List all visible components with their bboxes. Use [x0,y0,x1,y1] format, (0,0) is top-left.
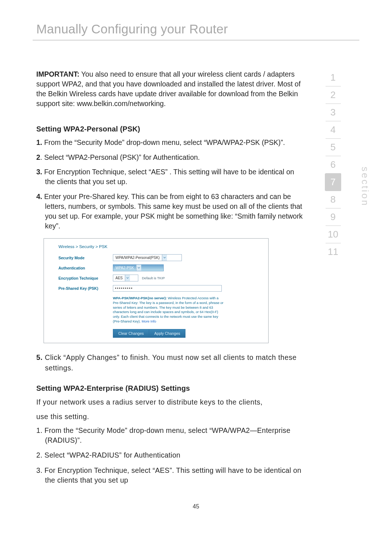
step-number: 1. [36,138,42,146]
section-nav-item-2[interactable]: 2 [325,86,341,104]
psk-step-3: 3. For Encryption Technique, select “AES… [36,167,305,187]
label-authentication: Authentication [58,266,113,270]
title-rule [33,40,359,40]
security-mode-value: WPA/WPA2-Personal(PSK) [113,256,162,260]
encryption-select[interactable]: AES [113,275,138,281]
security-mode-select[interactable]: WPA/WPA2-Personal(PSK) [113,254,182,261]
section-nav-item-11[interactable]: 11 [325,243,341,260]
row-security-mode: Security Mode WPA/WPA2-Personal(PSK) [58,254,262,262]
step-number: 3. [36,168,42,176]
psk-heading: Setting WPA2-Personal (PSK) [36,125,305,133]
psk-steps: 1. From the “Security Mode” drop-down me… [36,138,305,231]
row-encryption: Encryption Technique AES Default is TKIP [58,274,262,282]
section-nav: 1234567891011 [321,69,345,260]
chevron-down-icon [162,255,167,261]
psk-step-2: 2. Select “WPA2-Personal (PSK)” for Auth… [36,153,305,162]
section-nav-item-7[interactable]: 7 [325,174,341,191]
content-area: IMPORTANT: You also need to ensure that … [36,69,305,485]
encryption-default-hint: Default is TKIP [142,276,165,280]
step-number: 5. [36,353,42,361]
important-note: IMPORTANT: You also need to ensure that … [36,69,305,109]
step-text: . Select “WPA2-Personal (PSK)” for Authe… [40,153,200,161]
psk-step-5: 5. Click “Apply Changes” to finish. You … [36,352,305,374]
row-psk: Pre-Shared Key (PSK) ••••••••• [58,284,262,292]
psk-help-body: Wireless Protected Access with a Pre-Sha… [113,296,224,323]
psk-help-text: WPA-PSK/WPA2-PSK(no server): Wireless Pr… [113,296,224,324]
step-text: Click “Apply Changes” to finish. You mus… [42,353,297,372]
row-authentication: Authentication WPA2-PSK [58,264,262,272]
apply-changes-button[interactable]: Apply Changes [149,329,185,338]
radius-intro-2: use this setting. [36,411,305,422]
chevron-down-icon [125,275,130,281]
authentication-select[interactable]: WPA2-PSK [113,264,164,271]
radius-step-2: 2. Select “WPA2-RADIUS” for Authenticati… [36,450,305,460]
label-security-mode: Security Mode [58,256,113,260]
section-nav-item-3[interactable]: 3 [325,104,341,121]
section-nav-item-5[interactable]: 5 [325,139,341,156]
important-label: IMPORTANT: [36,70,79,78]
clear-changes-button[interactable]: Clear Changes [113,329,149,338]
radius-steps: 1. From the “Security Mode” drop-down me… [36,426,305,485]
page-number: 45 [0,503,392,510]
label-encryption: Encryption Technique [58,276,113,280]
psk-step-4: 4. Enter your Pre-Shared key. This can b… [36,192,305,231]
radius-step-3: 3. For Encryption Technique, select “AES… [36,466,305,486]
section-nav-item-1[interactable]: 1 [325,69,341,86]
label-psk: Pre-Shared Key (PSK) [58,286,113,291]
section-nav-item-10[interactable]: 10 [325,226,341,243]
chevron-down-icon [136,265,141,271]
page-title: Manually Configuring your Router [36,22,359,36]
section-nav-item-6[interactable]: 6 [325,156,341,173]
step-text: For Encryption Technique, select “AES” .… [42,168,294,186]
authentication-value: WPA2-PSK [113,266,136,270]
step-text: Enter your Pre-Shared key. This can be f… [42,192,303,230]
radius-heading: Setting WPA2-Enterprise (RADIUS) Setting… [36,384,305,393]
more-info-link[interactable]: More Info [142,319,156,323]
step-text: From the “Security Mode” drop-down menu,… [42,138,285,146]
psk-input[interactable]: ••••••••• [113,285,222,292]
step-number: 4. [36,192,42,200]
step-number: 2 [36,153,40,161]
encryption-value: AES [113,276,125,280]
section-label: section [359,167,371,207]
radius-intro-1: If your network uses a radius server to … [36,397,305,407]
radius-step-1: 1. From the “Security Mode” drop-down me… [36,426,305,446]
router-button-row: Clear Changes Apply Changes [113,329,262,338]
section-nav-item-8[interactable]: 8 [325,191,341,208]
psk-masked-value: ••••••••• [115,286,133,290]
psk-help-bold: WPA-PSK/WPA2-PSK(no server): [113,296,167,300]
router-ui-panel: Wireless > Security > PSK Security Mode … [44,238,269,343]
section-nav-item-9[interactable]: 9 [325,208,341,226]
psk-step-1: 1. From the “Security Mode” drop-down me… [36,138,305,147]
document-page: Manually Configuring your Router IMPORTA… [0,0,392,560]
section-nav-item-4[interactable]: 4 [325,121,341,138]
breadcrumb: Wireless > Security > PSK [58,244,262,249]
